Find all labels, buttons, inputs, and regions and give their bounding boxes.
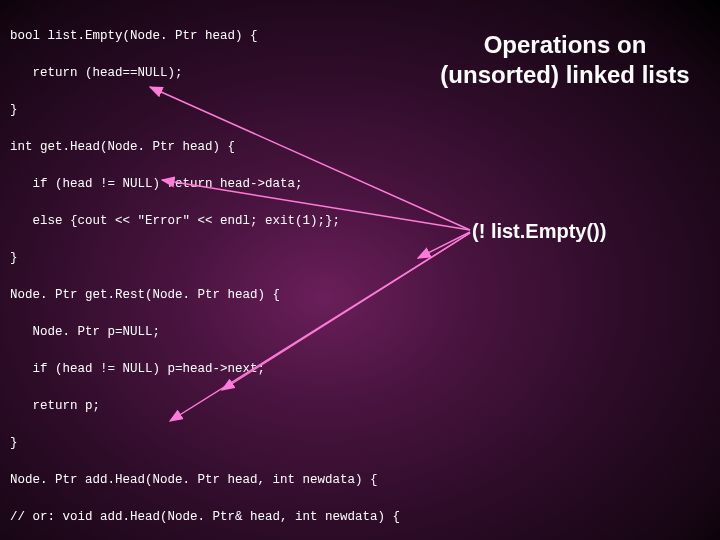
title-line-2: (unsorted) linked lists — [440, 61, 689, 88]
code-line: else {cout << "Error" << endl; exit(1);}… — [10, 212, 400, 231]
slide-root: bool list.Empty(Node. Ptr head) { return… — [0, 0, 720, 540]
code-line: return (head==NULL); — [10, 64, 400, 83]
code-line: } — [10, 101, 400, 120]
code-line: int get.Head(Node. Ptr head) { — [10, 138, 400, 157]
code-line: bool list.Empty(Node. Ptr head) { — [10, 27, 400, 46]
code-line: // or: void add.Head(Node. Ptr& head, in… — [10, 508, 400, 527]
annotation-label: (! list.Empty()) — [472, 220, 606, 243]
code-line: } — [10, 249, 400, 268]
code-line: if (head != NULL) p=head->next; — [10, 360, 400, 379]
code-line: return p; — [10, 397, 400, 416]
slide-title: Operations on (unsorted) linked lists — [435, 30, 695, 90]
code-line: if (head != NULL) return head->data; — [10, 175, 400, 194]
code-line: Node. Ptr get.Rest(Node. Ptr head) { — [10, 286, 400, 305]
code-line: Node. Ptr add.Head(Node. Ptr head, int n… — [10, 471, 400, 490]
code-block: bool list.Empty(Node. Ptr head) { return… — [10, 8, 400, 540]
title-line-1: Operations on — [484, 31, 647, 58]
svg-line-3 — [418, 232, 470, 258]
code-line: } — [10, 434, 400, 453]
code-line: Node. Ptr p=NULL; — [10, 323, 400, 342]
